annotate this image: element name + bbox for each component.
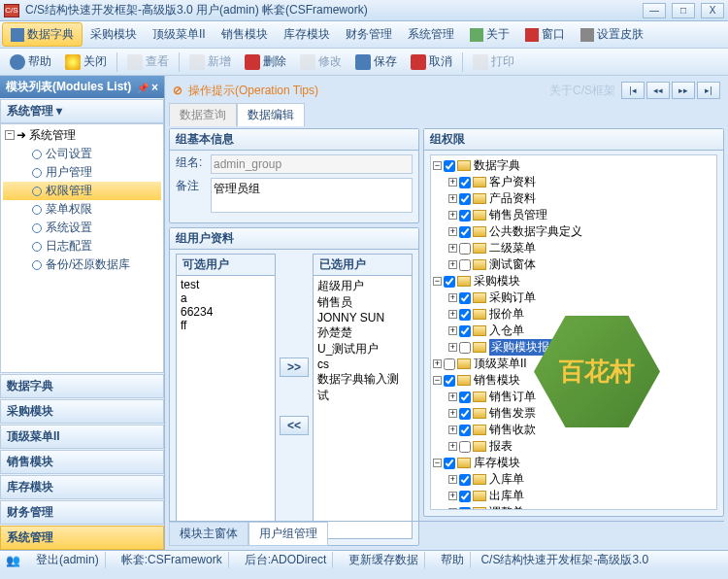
accordion-header[interactable]: 系统管理	[0, 526, 164, 550]
perm-node[interactable]: +顶级菜单II	[433, 356, 714, 372]
user-item[interactable]: 数据字典输入测试	[315, 371, 410, 404]
tree-item[interactable]: 权限管理	[3, 182, 161, 200]
perm-checkbox[interactable]	[459, 474, 471, 486]
menu-finance[interactable]: 财务管理	[338, 23, 400, 46]
perm-node[interactable]: +入库单	[433, 471, 714, 488]
group-name-input[interactable]	[211, 154, 413, 174]
status-help[interactable]: 帮助	[435, 552, 471, 568]
expand-icon[interactable]: +	[448, 343, 457, 352]
expand-icon[interactable]: +	[448, 293, 457, 302]
expand-icon[interactable]: +	[448, 409, 457, 418]
user-item[interactable]: 超级用户	[315, 278, 410, 294]
tb-view[interactable]: 查看	[121, 51, 175, 72]
tb-edit[interactable]: 修改	[294, 51, 347, 72]
perm-checkbox[interactable]	[459, 210, 471, 221]
expand-icon[interactable]: +	[448, 244, 457, 253]
perm-checkbox[interactable]	[444, 375, 455, 387]
perm-node[interactable]: +出库单	[433, 488, 714, 504]
user-item[interactable]: U_测试用户	[315, 341, 410, 358]
move-right-button[interactable]: >>	[280, 358, 309, 377]
acc-current[interactable]: 系统管理 ▾	[0, 99, 164, 123]
perm-node[interactable]: +二级菜单	[433, 240, 714, 256]
tree-item[interactable]: 备份/还原数据库	[3, 255, 161, 274]
menu-data-dict[interactable]: 数据字典	[2, 22, 83, 47]
nav-next[interactable]: ▸▸	[672, 82, 695, 99]
tb-help[interactable]: 帮助	[4, 51, 57, 72]
perm-checkbox[interactable]	[459, 309, 471, 321]
tree-item[interactable]: 系统设置	[3, 219, 161, 237]
tb-print[interactable]: 打印	[467, 51, 520, 72]
perm-checkbox[interactable]	[459, 325, 471, 337]
perm-checkbox[interactable]	[459, 226, 471, 238]
perm-node[interactable]: +报价单	[433, 306, 714, 323]
expand-icon[interactable]: +	[448, 310, 457, 319]
move-left-button[interactable]: <<	[280, 416, 309, 435]
expand-icon[interactable]: +	[448, 475, 457, 484]
perm-node[interactable]: +测试窗体	[433, 256, 714, 273]
perm-node[interactable]: +客户资料	[433, 174, 714, 190]
perm-node[interactable]: +销售员管理	[433, 207, 714, 223]
perm-checkbox[interactable]	[459, 425, 471, 436]
group-note-input[interactable]	[211, 178, 413, 213]
perm-node[interactable]: −采购模块	[433, 273, 714, 290]
tree-item[interactable]: 日志配置	[3, 237, 161, 255]
expand-icon[interactable]: −	[433, 459, 442, 467]
perm-checkbox[interactable]	[444, 358, 455, 370]
perm-node[interactable]: +采购模块报表	[433, 339, 714, 356]
user-item[interactable]: 66234	[179, 305, 273, 319]
menu-stock[interactable]: 库存模块	[276, 23, 338, 46]
available-list[interactable]: testa66234ff	[177, 276, 275, 538]
perm-node[interactable]: +销售订单	[433, 389, 714, 405]
sidebar-close-icon[interactable]: ×	[151, 81, 158, 94]
perm-node[interactable]: −销售模块	[433, 372, 714, 389]
nav-prev[interactable]: ◂◂	[646, 82, 670, 99]
btab-main[interactable]: 模块主窗体	[169, 522, 248, 546]
perm-checkbox[interactable]	[459, 392, 471, 403]
expand-icon[interactable]: +	[448, 508, 457, 510]
perm-node[interactable]: +入仓单	[433, 323, 714, 339]
btab-usergroup[interactable]: 用户组管理	[248, 522, 328, 546]
perm-checkbox[interactable]	[459, 408, 471, 420]
perm-node[interactable]: −库存模块	[433, 455, 714, 471]
tb-cancel[interactable]: 取消	[405, 51, 458, 72]
user-item[interactable]: JONNY SUN	[315, 311, 410, 324]
accordion-header[interactable]: 采购模块	[0, 399, 164, 424]
accordion-header[interactable]: 销售模块	[0, 450, 164, 474]
user-item[interactable]: 孙楚楚	[315, 324, 410, 341]
user-item[interactable]: a	[179, 291, 273, 305]
selected-list[interactable]: 超级用户销售员JONNY SUN孙楚楚U_测试用户cs数据字典输入测试	[314, 276, 412, 538]
maximize-button[interactable]: □	[672, 3, 695, 18]
perm-checkbox[interactable]	[459, 177, 471, 188]
tab-edit[interactable]: 数据编辑	[237, 103, 305, 126]
menu-skin[interactable]: 设置皮肤	[573, 23, 651, 46]
menu-purchase[interactable]: 采购模块	[83, 23, 145, 46]
status-refresh[interactable]: 更新缓存数据	[343, 552, 425, 568]
expand-icon[interactable]: +	[448, 392, 457, 401]
perm-checkbox[interactable]	[444, 276, 455, 288]
perm-node[interactable]: −数据字典	[433, 157, 714, 174]
tab-query[interactable]: 数据查询	[169, 103, 237, 126]
tb-close[interactable]: 关闭	[59, 51, 113, 72]
expand-icon[interactable]: −	[433, 161, 442, 170]
expand-icon[interactable]: +	[448, 260, 457, 269]
nav-last[interactable]: ▸|	[697, 82, 720, 99]
user-item[interactable]: 销售员	[315, 294, 410, 311]
tree-item[interactable]: 菜单权限	[3, 200, 161, 219]
tree-root[interactable]: ➜ 系统管理	[3, 126, 161, 145]
expand-icon[interactable]: +	[448, 326, 457, 335]
pin-icon[interactable]: 📌	[137, 83, 149, 93]
perm-node[interactable]: +销售收款	[433, 422, 714, 438]
module-tree[interactable]: ➜ 系统管理 公司设置用户管理权限管理菜单权限系统设置日志配置备份/还原数据库	[0, 123, 164, 373]
expand-icon[interactable]: +	[448, 211, 457, 220]
expand-icon[interactable]: +	[448, 194, 457, 203]
perm-node[interactable]: +公共数据字典定义	[433, 223, 714, 240]
status-logout[interactable]: 登出(admin)	[30, 552, 106, 568]
perm-checkbox[interactable]	[459, 342, 471, 354]
menu-system[interactable]: 系统管理	[400, 23, 462, 46]
user-item[interactable]: cs	[315, 358, 410, 371]
accordion-header[interactable]: 顶级菜单II	[0, 425, 164, 449]
accordion-header[interactable]: 数据字典	[0, 374, 164, 398]
permissions-tree[interactable]: −数据字典+客户资料+产品资料+销售员管理+公共数据字典定义+二级菜单+测试窗体…	[430, 154, 717, 510]
user-item[interactable]: ff	[179, 319, 273, 332]
expand-icon[interactable]: +	[448, 178, 457, 187]
